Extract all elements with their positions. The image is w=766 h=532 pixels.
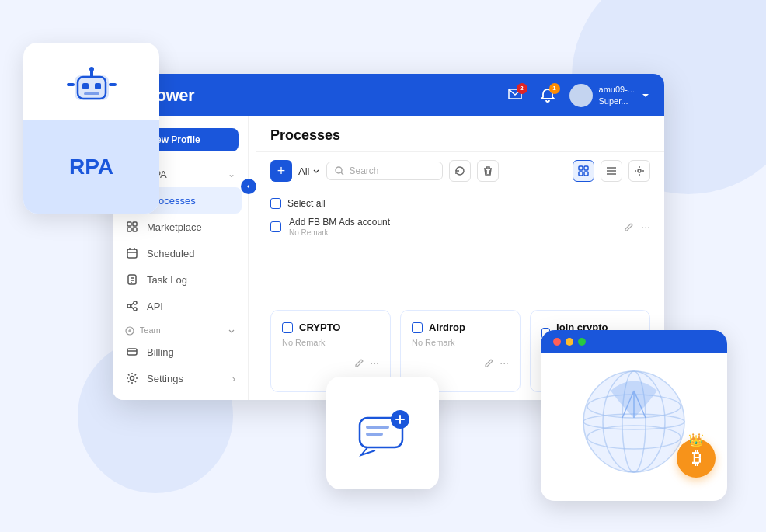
card-edit-icon-airdrop[interactable] [484,358,493,367]
svg-point-20 [127,304,131,308]
refresh-button[interactable] [449,160,471,182]
dot-yellow [566,338,573,346]
sidebar-tasklog-label: Task Log [147,274,187,286]
dot-red [553,338,561,346]
sidebar-toggle-button[interactable] [241,179,256,194]
scene: RPA ssPower 2 [0,0,766,532]
messages-button[interactable]: 2 [504,85,526,106]
dot-green [578,338,586,346]
svg-rect-6 [67,83,75,86]
svg-rect-18 [127,249,137,258]
app-header: ssPower 2 1 [113,74,664,116]
bitcoin-badge: 👑 ₿ [677,439,716,478]
select-all-checkbox[interactable] [270,198,281,209]
search-box[interactable]: Search [326,162,443,180]
svg-rect-34 [366,433,383,436]
api-icon [125,299,139,313]
card-checkbox-airdrop[interactable] [412,322,423,333]
svg-rect-16 [127,228,131,231]
svg-point-26 [336,167,342,173]
svg-rect-33 [366,426,389,429]
avatar-name: amu09-... [599,84,635,95]
rpa-label: RPA [69,155,113,179]
robot-icon [61,66,123,113]
header-icons: 2 1 amu09-... Super... [504,84,650,107]
svg-rect-29 [579,172,583,176]
rpa-card: RPA [23,43,159,214]
sidebar-item-billing[interactable]: Billing [113,339,248,365]
card-more-icon-airdrop[interactable]: ··· [500,356,509,369]
svg-point-25 [131,377,134,381]
svg-rect-3 [95,83,101,89]
settings-button[interactable] [628,160,650,182]
more-icon[interactable]: ··· [641,221,650,233]
list-item-remark: No Remark [289,228,390,237]
tasklog-icon [125,273,139,287]
svg-rect-8 [84,92,99,95]
sidebar-item-api[interactable]: API [113,293,248,319]
avatar [569,84,593,107]
delete-button[interactable] [477,160,499,182]
svg-rect-27 [579,166,583,170]
sidebar-settings-label: Settings [147,373,183,384]
sidebar-marketplace-label: Marketplace [147,221,202,233]
rpa-label-area: RPA [23,120,159,214]
marketplace-icon [125,220,139,234]
sidebar-billing-label: Billing [147,346,174,358]
sidebar-item-scheduled[interactable]: Scheduled [113,240,248,266]
card-remark-crypto: No Remark [282,338,379,347]
sidebar-api-label: API [147,301,163,312]
notifications-button[interactable]: 1 [537,85,559,106]
process-list: Select all Add FB BM Ads account No Rema… [256,190,664,302]
chat-widget [326,377,439,489]
content-toolbar: + All Search [256,152,664,190]
add-process-button[interactable]: + [270,160,292,182]
card-more-icon[interactable]: ··· [370,356,379,369]
card-remark-airdrop: No Remark [412,338,509,347]
globe-svg [576,367,692,476]
list-view-button[interactable] [601,160,622,182]
card-title-airdrop: Airdrop [429,322,465,333]
grid-view-button[interactable] [573,160,594,182]
content-header: Processes [256,116,664,152]
card-edit-icon[interactable] [354,358,364,367]
svg-point-5 [89,67,94,71]
avatar-sub: Super... [599,96,635,106]
notification-badge: 1 [549,83,560,94]
crown-icon: 👑 [688,433,704,447]
sidebar-item-settings[interactable]: Settings [113,365,248,391]
card-title-crypto: CRYPTO [299,322,340,333]
svg-rect-15 [133,222,137,226]
bitcoin-symbol: ₿ [692,448,701,468]
svg-rect-24 [127,349,137,355]
item-checkbox[interactable] [270,221,281,232]
svg-point-31 [638,169,641,172]
svg-point-22 [134,308,137,311]
svg-rect-2 [82,83,89,89]
list-item-label: Add FB BM Ads account [289,217,390,228]
billing-icon [125,345,139,359]
svg-rect-7 [109,83,117,86]
avatar-area[interactable]: amu09-... Super... [569,84,650,107]
edit-icon[interactable] [624,222,633,231]
settings-icon [125,371,139,385]
avatar-text: amu09-... Super... [599,84,635,106]
sidebar-scheduled-label: Scheduled [147,248,194,259]
sidebar-item-marketplace[interactable]: Marketplace [113,214,248,240]
card-checkbox-crypto[interactable] [282,322,293,333]
svg-rect-14 [127,222,131,226]
sidebar-item-tasklog[interactable]: Task Log [113,266,248,293]
crypto-body: 👑 ₿ [541,353,727,489]
crypto-widget: 👑 ₿ [541,330,727,501]
tab-all[interactable]: All [298,165,320,177]
message-badge: 2 [517,83,527,94]
search-placeholder: Search [349,165,378,176]
svg-rect-17 [133,228,137,231]
select-all-row: Select all [270,198,650,209]
svg-rect-28 [584,166,588,170]
svg-rect-30 [584,172,588,176]
page-title: Processes [270,127,340,144]
scheduled-icon [125,246,139,260]
select-all-label: Select all [287,198,326,209]
process-list-item: Add FB BM Ads account No Remark ··· [270,217,650,237]
